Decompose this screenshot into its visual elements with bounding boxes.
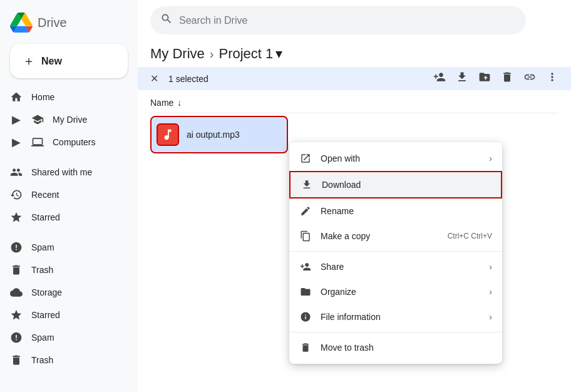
spam2-icon — [10, 331, 23, 344]
menu-item-make-copy-label: Make a copy — [321, 231, 370, 241]
my-drive-icon — [31, 113, 44, 126]
sidebar-item-starred[interactable]: Starred — [0, 206, 128, 229]
breadcrumb-separator: › — [210, 47, 214, 61]
menu-item-rename[interactable]: Rename — [289, 199, 502, 224]
close-selection-button[interactable]: ✕ — [150, 73, 158, 85]
sidebar-item-trash[interactable]: Trash — [0, 259, 128, 281]
add-person-icon[interactable] — [433, 71, 446, 86]
sidebar-item-starred2[interactable]: Starred — [0, 304, 128, 326]
trash-icon — [10, 264, 23, 276]
main-content: My Drive › Project 1 ▾ ✕ 1 selected — [138, 0, 571, 392]
sidebar-item-storage-label: Storage — [31, 287, 62, 297]
trash2-icon — [10, 354, 23, 366]
menu-divider-1 — [289, 251, 502, 252]
sidebar-item-recent[interactable]: Recent — [0, 183, 128, 206]
sidebar-item-my-drive-label: My Drive — [53, 115, 87, 125]
menu-item-share-label: Share — [321, 262, 344, 272]
more-vert-icon[interactable] — [546, 71, 558, 86]
selection-label: 1 selected — [168, 74, 423, 84]
breadcrumb-dropdown-icon: ▾ — [275, 46, 282, 62]
search-box[interactable] — [150, 6, 526, 34]
sidebar-item-computers[interactable]: ▶ Computers — [0, 131, 128, 153]
name-sort-label[interactable]: Name — [150, 98, 173, 108]
share-icon — [299, 260, 312, 273]
starred-icon — [10, 211, 23, 224]
breadcrumb-current-text: Project 1 — [219, 46, 273, 62]
menu-item-file-info-label: File information — [321, 312, 381, 322]
file-info-arrow-icon: › — [489, 312, 492, 322]
menu-divider-2 — [289, 332, 502, 333]
mp3-file-icon — [157, 123, 179, 146]
download-menu-icon — [301, 178, 313, 191]
sidebar-item-home[interactable]: Home — [0, 86, 128, 108]
storage-icon — [10, 286, 23, 299]
make-copy-icon — [299, 230, 312, 242]
sidebar-item-trash2-label: Trash — [31, 355, 53, 365]
sidebar-item-trash2[interactable]: Trash — [0, 349, 128, 371]
logo-area: Drive — [0, 6, 138, 44]
sidebar-item-my-drive[interactable]: ▶ My Drive — [0, 108, 128, 131]
shared-icon — [10, 166, 23, 178]
computers-icon — [31, 136, 44, 148]
app-title: Drive — [38, 16, 67, 30]
file-list: Name ↓ ai output.mp3 Open with › — [138, 93, 571, 153]
file-row[interactable]: ai output.mp3 Open with › Download — [150, 116, 288, 153]
sidebar-item-starred-label: Starred — [31, 212, 60, 222]
menu-item-download[interactable]: Download — [289, 171, 502, 199]
rename-icon — [299, 205, 312, 217]
starred2-icon — [10, 309, 23, 321]
sidebar-item-shared-label: Shared with me — [31, 167, 92, 177]
sidebar-item-computers-label: Computers — [53, 137, 95, 147]
file-info-icon — [299, 311, 312, 323]
drive-logo-icon — [10, 11, 33, 34]
breadcrumb-current[interactable]: Project 1 ▾ — [219, 46, 282, 62]
download-icon[interactable] — [456, 71, 468, 86]
menu-item-organize[interactable]: Organize › — [289, 279, 502, 304]
share-arrow-icon: › — [489, 262, 492, 272]
plus-icon: ＋ — [23, 53, 35, 70]
open-with-arrow-icon: › — [489, 153, 492, 163]
sidebar-item-storage[interactable]: Storage — [0, 281, 128, 304]
make-copy-shortcut: Ctrl+C Ctrl+V — [448, 232, 492, 240]
recent-icon — [10, 188, 23, 201]
sidebar-item-spam-label: Spam — [31, 242, 54, 252]
menu-item-open-with[interactable]: Open with › — [289, 146, 502, 171]
sidebar-item-shared[interactable]: Shared with me — [0, 161, 128, 183]
spam-icon — [10, 241, 23, 254]
sidebar-item-spam[interactable]: Spam — [0, 236, 128, 259]
menu-item-open-with-label: Open with — [321, 153, 360, 163]
expand-computers-icon: ▶ — [10, 136, 23, 148]
link-icon[interactable] — [523, 71, 536, 86]
open-with-icon — [299, 152, 312, 165]
menu-item-rename-label: Rename — [321, 206, 354, 216]
menu-item-share[interactable]: Share › — [289, 254, 502, 279]
upload-folder-icon[interactable] — [478, 71, 491, 86]
sidebar-item-spam2-label: Spam — [31, 333, 54, 343]
breadcrumb-root[interactable]: My Drive — [150, 46, 205, 62]
move-trash-icon — [299, 341, 312, 354]
organize-icon — [299, 286, 312, 298]
home-icon — [10, 91, 23, 103]
search-input[interactable] — [179, 15, 516, 26]
menu-item-download-label: Download — [322, 180, 361, 190]
menu-item-move-trash-label: Move to trash — [321, 343, 374, 353]
sidebar-item-home-label: Home — [31, 92, 54, 102]
menu-item-make-copy[interactable]: Make a copy Ctrl+C Ctrl+V — [289, 224, 502, 249]
topbar — [138, 0, 571, 41]
context-menu: Open with › Download Rename — [289, 142, 502, 364]
menu-item-move-trash[interactable]: Move to trash — [289, 335, 502, 360]
menu-item-organize-label: Organize — [321, 287, 356, 297]
organize-arrow-icon: › — [489, 287, 492, 297]
sidebar-item-recent-label: Recent — [31, 190, 59, 200]
breadcrumb: My Drive › Project 1 ▾ — [138, 41, 571, 67]
sort-direction-icon: ↓ — [177, 98, 182, 108]
sidebar-item-starred2-label: Starred — [31, 310, 60, 320]
new-button-label: New — [41, 56, 62, 67]
new-button[interactable]: ＋ New — [10, 44, 128, 78]
menu-item-file-info[interactable]: File information › — [289, 304, 502, 329]
file-name: ai output.mp3 — [187, 130, 240, 140]
sidebar-item-spam2[interactable]: Spam — [0, 326, 128, 349]
action-bar-icons — [433, 71, 558, 86]
file-list-header: Name ↓ — [150, 93, 558, 113]
delete-icon[interactable] — [501, 71, 513, 86]
